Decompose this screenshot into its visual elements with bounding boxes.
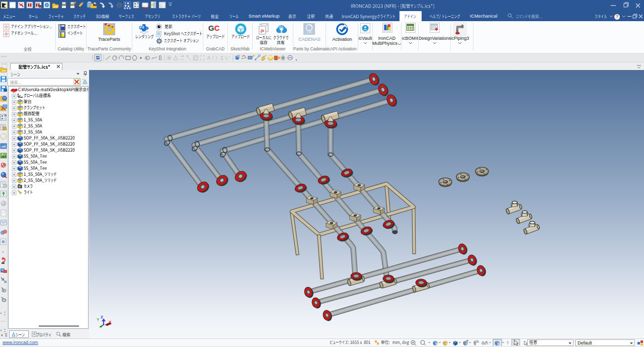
svg-text:6d: 6d (481, 340, 487, 345)
svg-text:Z: Z (101, 315, 103, 319)
svg-text:.js: .js (260, 29, 264, 33)
svg-text:CAD: CAD (306, 31, 312, 34)
svg-text:Y: Y (97, 317, 100, 322)
